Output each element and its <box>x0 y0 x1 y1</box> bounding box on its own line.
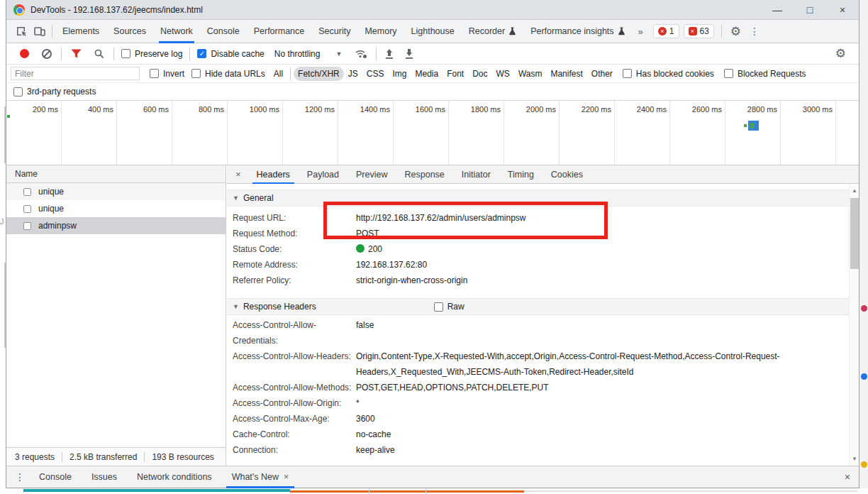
search-icon[interactable] <box>94 49 104 59</box>
hide-data-urls-checkbox[interactable] <box>191 69 201 78</box>
inspect-element-icon[interactable] <box>12 23 30 40</box>
background-page-right-edge <box>859 0 868 494</box>
response-headers-section-header[interactable]: ▼ Response Headers Raw <box>227 298 849 315</box>
throttling-select[interactable]: No throttling <box>274 49 321 59</box>
filter-type-wasm[interactable]: Wasm <box>514 67 547 81</box>
record-network-log-icon[interactable] <box>20 49 29 58</box>
blocked-requests-label: Blocked Requests <box>738 69 806 79</box>
filter-type-other[interactable]: Other <box>587 67 617 81</box>
close-whats-new-tab-icon[interactable]: × <box>284 472 289 482</box>
filter-type-manifest[interactable]: Manifest <box>546 67 586 81</box>
request-doc-icon <box>23 222 31 230</box>
detail-tab-cookies[interactable]: Cookies <box>542 165 591 184</box>
scroll-up-arrow-icon[interactable]: ▲ <box>850 186 859 196</box>
request-name: unique <box>38 187 64 197</box>
issues-badge[interactable]: × 63 <box>684 24 714 38</box>
maximize-button[interactable]: □ <box>794 0 826 20</box>
timeline-tick: 1800 ms <box>449 101 504 165</box>
header-key: Access-Control-Allow-Headers: <box>233 348 356 380</box>
tab-memory[interactable]: Memory <box>357 20 404 43</box>
scroll-down-arrow-icon[interactable]: ▼ <box>850 454 859 464</box>
tab-performance[interactable]: Performance <box>247 20 312 43</box>
hide-data-urls-label: Hide data URLs <box>205 69 265 79</box>
tab-elements[interactable]: Elements <box>55 20 106 43</box>
filter-type-all[interactable]: All <box>269 67 287 81</box>
drawer-tab-whats-new[interactable]: What's New × <box>222 466 299 488</box>
filter-type-doc[interactable]: Doc <box>468 67 491 81</box>
more-tabs-chevron[interactable]: » <box>633 26 649 37</box>
divider <box>52 25 52 38</box>
status-ok-dot-icon <box>356 244 365 253</box>
detail-tab-initiator[interactable]: Initiator <box>453 165 499 184</box>
close-details-icon[interactable]: × <box>227 169 248 180</box>
blocked-requests-checkbox[interactable] <box>724 69 733 78</box>
preserve-log-checkbox[interactable] <box>121 49 130 58</box>
detail-tab-response[interactable]: Response <box>396 165 453 184</box>
tab-performance-insights[interactable]: Performance insights <box>523 20 632 43</box>
invert-checkbox[interactable] <box>150 69 159 78</box>
settings-gear-icon[interactable]: ⚙ <box>725 24 747 39</box>
throttling-dropdown-arrow[interactable]: ▼ <box>335 50 342 57</box>
requests-name-column-header[interactable]: Name <box>6 165 226 183</box>
close-button[interactable]: × <box>826 0 859 20</box>
filter-type-fetch-xhr[interactable]: Fetch/XHR <box>294 67 344 81</box>
summary-transferred: 2.5 kB transferred <box>69 452 137 462</box>
requests-table-panel: Name unique unique adminpsw 3 requests 2… <box>6 165 226 466</box>
filter-type-js[interactable]: JS <box>344 67 362 81</box>
filter-funnel-icon[interactable] <box>71 49 82 58</box>
clear-network-log-icon[interactable] <box>42 49 52 59</box>
tab-recorder[interactable]: Recorder <box>462 20 523 43</box>
filter-type-ws[interactable]: WS <box>492 67 514 81</box>
tab-sources[interactable]: Sources <box>106 20 153 43</box>
detail-tab-preview[interactable]: Preview <box>347 165 396 184</box>
has-blocked-cookies-checkbox[interactable] <box>623 69 632 78</box>
network-conditions-icon[interactable] <box>355 49 367 59</box>
request-row-unique-2[interactable]: unique <box>6 200 226 217</box>
page-blue-dot <box>861 373 867 380</box>
import-har-icon[interactable] <box>385 49 394 59</box>
filter-type-media[interactable]: Media <box>411 67 443 81</box>
drawer-tab-issues[interactable]: Issues <box>82 466 127 488</box>
disable-cache-checkbox[interactable]: ✓ <box>197 49 206 58</box>
filter-type-font[interactable]: Font <box>443 67 468 81</box>
requests-summary-bar: 3 requests 2.5 kB transferred 193 B reso… <box>6 447 226 466</box>
request-row-adminpsw[interactable]: adminpsw <box>6 217 226 234</box>
close-drawer-icon[interactable]: × <box>836 471 859 483</box>
tab-lighthouse[interactable]: Lighthouse <box>404 20 462 43</box>
network-settings-gear-icon[interactable]: ⚙ <box>830 46 852 61</box>
tab-security[interactable]: Security <box>311 20 357 43</box>
request-row-unique-1[interactable]: unique <box>6 183 226 200</box>
page-red-dot <box>861 305 867 312</box>
drawer-menu-kebab-icon[interactable]: ⋮ <box>6 471 29 483</box>
tab-network[interactable]: Network <box>153 20 200 43</box>
timeline-tick: 800 ms <box>172 101 228 165</box>
export-har-icon[interactable] <box>405 49 413 59</box>
timeline-tick: 1600 ms <box>394 101 449 165</box>
third-party-bar: 3rd-party requests <box>6 83 859 101</box>
minimize-button[interactable]: — <box>761 0 794 20</box>
detail-tab-payload[interactable]: Payload <box>299 165 347 184</box>
timeline-tick: 1000 ms <box>228 101 283 165</box>
detail-tab-timing[interactable]: Timing <box>499 165 542 184</box>
filter-type-img[interactable]: Img <box>388 67 411 81</box>
raw-headers-checkbox[interactable] <box>434 302 443 312</box>
filter-input[interactable] <box>11 67 140 80</box>
filter-type-css[interactable]: CSS <box>362 67 389 81</box>
details-scrollbar[interactable]: ▲ ▼ <box>849 185 859 466</box>
screen: J DevTools - 192.168.137.62/jeecms/index… <box>0 0 868 494</box>
detail-tab-headers[interactable]: Headers <box>248 165 299 184</box>
main-menu-kebab-icon[interactable]: ⋮ <box>747 26 767 37</box>
summary-resources: 193 B resources <box>152 452 213 462</box>
timeline-tick: 400 ms <box>62 101 117 165</box>
device-toolbar-icon[interactable] <box>30 23 49 40</box>
scrollbar-thumb[interactable] <box>850 198 859 269</box>
drawer-tab-network-conditions[interactable]: Network conditions <box>127 466 222 488</box>
timeline-tick: 1200 ms <box>283 101 338 165</box>
error-badge[interactable]: × 1 <box>653 24 679 38</box>
tab-console[interactable]: Console <box>200 20 247 43</box>
drawer-tab-console[interactable]: Console <box>29 466 82 488</box>
third-party-requests-checkbox[interactable] <box>13 87 23 97</box>
network-overview-timeline[interactable]: 200 ms 400 ms 600 ms 800 ms 1000 ms 1200… <box>6 101 859 165</box>
divider <box>113 48 114 60</box>
devtools-window: DevTools - 192.168.137.62/jeecms/index.h… <box>6 0 859 488</box>
